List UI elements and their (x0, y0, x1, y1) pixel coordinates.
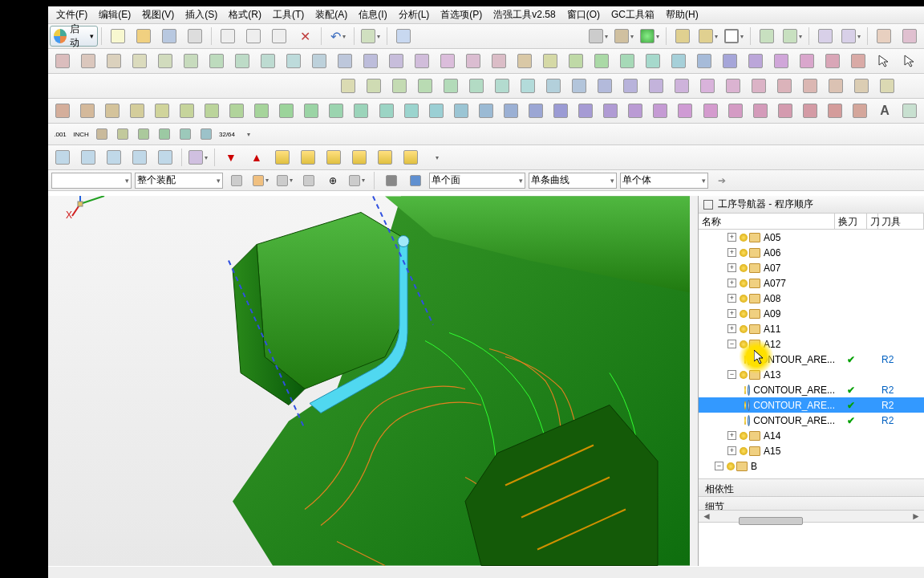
t4-btn-15[interactable] (424, 100, 448, 121)
t2-btn-11[interactable] (333, 51, 357, 71)
tool-icon-b[interactable] (839, 26, 863, 47)
t3-btn-8[interactable] (541, 75, 565, 96)
t3-btn-3[interactable] (413, 75, 437, 96)
t6b-btn-3[interactable] (347, 147, 371, 168)
new-icon[interactable] (106, 26, 130, 47)
t5-btn-0[interactable] (92, 125, 111, 143)
expand-toggle[interactable] (727, 324, 736, 333)
menu-window[interactable]: 窗口(O) (562, 6, 605, 23)
t6-btn-3[interactable] (128, 147, 152, 168)
t3-btn-13[interactable] (670, 75, 694, 96)
t6b-btn-0[interactable] (270, 147, 294, 168)
menu-edit[interactable]: 编辑(E) (94, 6, 136, 23)
t4-btn-14[interactable] (399, 100, 423, 121)
t4-btn-12[interactable] (350, 100, 373, 121)
menu-view[interactable]: 视图(V) (137, 6, 179, 23)
t2-btn-0[interactable] (51, 51, 75, 71)
tree-row-CONTOUR_ARE...[interactable]: CONTOUR_ARE...✔R2 (699, 382, 924, 397)
layer-icon-2[interactable] (696, 26, 720, 47)
t6-more[interactable] (424, 147, 448, 168)
unit-dot[interactable]: .001 (51, 125, 70, 143)
t2-btn-16[interactable] (461, 51, 485, 71)
operation-tree[interactable]: A05A06A07A077A08A09A11A12CONTOUR_ARE...✔… (699, 230, 924, 478)
t2b-btn-10[interactable] (769, 51, 793, 71)
t4-btn-22[interactable] (599, 100, 622, 121)
menu-pref[interactable]: 首选项(P) (436, 6, 487, 23)
tree-row-A14[interactable]: A14 (699, 428, 924, 443)
t5-more[interactable] (238, 125, 257, 143)
t2b-btn-3[interactable] (590, 51, 614, 71)
tree-row-A12[interactable]: A12 (699, 336, 924, 352)
t2-btn-15[interactable] (436, 51, 460, 71)
t2-btn-6[interactable] (205, 51, 229, 71)
globe-icon[interactable] (638, 26, 662, 47)
t4-btn-20[interactable] (549, 100, 573, 121)
menu-hq[interactable]: 浩强工具v2.58 (488, 6, 560, 23)
tree-row-A09[interactable]: A09 (699, 306, 924, 321)
t4-btn-21[interactable] (574, 100, 598, 121)
expand-toggle[interactable] (727, 431, 736, 440)
t5-btn-4[interactable] (176, 125, 195, 143)
wcs-icon-1[interactable] (755, 26, 779, 47)
expand-toggle[interactable] (727, 370, 736, 379)
f-btn-8[interactable] (406, 172, 425, 189)
tool-icon-1[interactable] (391, 26, 415, 47)
tree-row-B[interactable]: B (699, 458, 924, 474)
tree-row-A11[interactable]: A11 (699, 321, 924, 336)
t2-btn-17[interactable] (487, 51, 511, 71)
cursor-select-icon-2[interactable] (898, 51, 922, 71)
viewport-3d[interactable]: Z Y X (48, 196, 690, 566)
t3-btn-17[interactable] (772, 75, 796, 96)
tree-row-CONTOUR_ARE...[interactable]: CONTOUR_ARE...✔R2 (699, 352, 924, 367)
menu-assembly[interactable]: 装配(A) (310, 6, 352, 23)
tool-icon-d[interactable] (898, 26, 922, 47)
t4-btn-25[interactable] (674, 100, 697, 121)
dependencies-header[interactable]: 相依性 (699, 478, 924, 496)
t3-btn-5[interactable] (464, 75, 488, 96)
t6-btn-0[interactable] (51, 147, 75, 168)
t2-btn-14[interactable] (410, 51, 434, 71)
t4-btn-10[interactable] (300, 100, 323, 121)
t3-btn-0[interactable] (336, 75, 360, 96)
t2-btn-7[interactable] (230, 51, 254, 71)
t2-btn-4[interactable] (153, 51, 177, 71)
t2b-btn-4[interactable] (615, 51, 639, 71)
undo-button[interactable]: ↶ (326, 26, 350, 47)
col-3[interactable]: 刀 (867, 214, 878, 229)
t3-btn-6[interactable] (490, 75, 514, 96)
t3-btn-15[interactable] (721, 75, 745, 96)
t2b-btn-8[interactable] (718, 51, 742, 71)
body-filter[interactable]: 单个体▾ (620, 173, 708, 189)
menu-file[interactable]: 文件(F) (51, 6, 92, 23)
t5-btn-2[interactable] (134, 125, 153, 143)
t4-btn-11[interactable] (325, 100, 348, 121)
pin-icon[interactable] (703, 200, 713, 210)
t3-btn-18[interactable] (798, 75, 822, 96)
color-swatch[interactable] (722, 26, 746, 47)
t3-btn-9[interactable] (567, 75, 591, 96)
t4-btn-31[interactable] (823, 100, 846, 121)
t5-btn-1[interactable] (113, 125, 132, 143)
t4-btn-3[interactable] (125, 100, 148, 121)
col-name[interactable]: 名称 (699, 214, 835, 229)
tree-row-CONTOUR_ARE...[interactable]: CONTOUR_ARE...✔R2 (699, 413, 924, 428)
t4-btn-0[interactable] (51, 100, 74, 121)
expand-toggle[interactable] (727, 340, 736, 348)
t6b-btn-1[interactable] (296, 147, 320, 168)
t3-btn-14[interactable] (695, 75, 719, 96)
menu-help[interactable]: 帮助(H) (661, 6, 703, 23)
t3-btn-7[interactable] (516, 75, 540, 96)
t4-btn-27[interactable] (723, 100, 747, 121)
tree-scrollbar[interactable]: ◄ ► (699, 510, 924, 523)
filter-button[interactable] (359, 26, 383, 47)
t2-btn-2[interactable] (102, 51, 126, 71)
t3-btn-10[interactable] (593, 75, 617, 96)
t3-btn-2[interactable] (387, 75, 411, 96)
expand-toggle[interactable] (727, 294, 736, 303)
t2b-btn-1[interactable] (538, 51, 562, 71)
t3-btn-19[interactable] (824, 75, 848, 96)
f-btn-1[interactable] (227, 172, 246, 189)
tree-row-A05[interactable]: A05 (699, 230, 924, 245)
t4-btn-19[interactable] (524, 100, 547, 121)
t4-btn-5[interactable] (175, 100, 198, 121)
